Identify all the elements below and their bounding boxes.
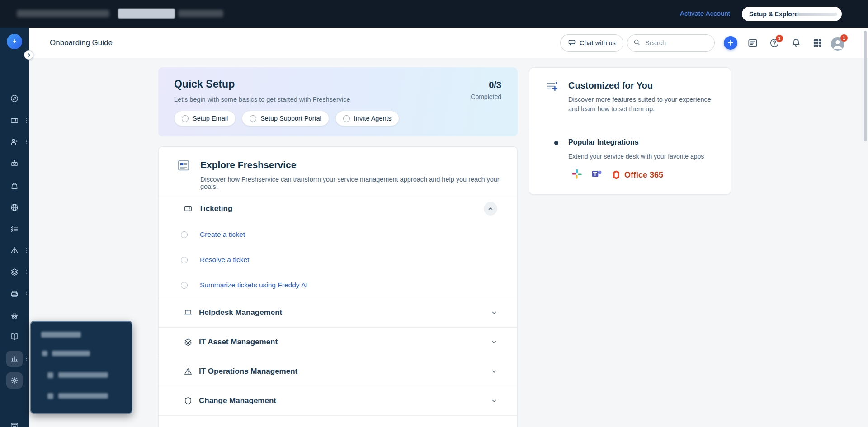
sidebar-item-alerts[interactable] [6,242,23,258]
explore-title: Explore Freshservice [200,160,296,170]
setup-explore-button[interactable]: Setup & Explore [742,7,842,21]
office365-label: Office 365 [624,170,663,180]
kebab-menu-icon[interactable]: ⋮ [24,139,28,145]
quick-setup-progress-label: Completed [471,93,501,100]
sidebar-item-assets[interactable] [6,264,23,280]
sidebar-item-catalog[interactable] [6,178,23,194]
compass-icon [10,94,19,103]
trial-banner: Activate Account Setup & Explore [0,0,868,28]
laptop-icon [184,308,193,317]
customized-card: Customized for You Discover more feature… [529,67,731,195]
redacted-text [58,372,108,378]
chevron-up-icon[interactable] [484,202,497,216]
layers-icon [10,267,19,277]
chevron-down-icon[interactable] [491,398,497,404]
explore-item-resolve-ticket[interactable]: Resolve a ticket [159,247,517,272]
sidebar-item-knowledge[interactable] [6,328,23,345]
sidebar-item-security[interactable] [6,307,23,324]
sidebar-item-web[interactable] [6,199,23,216]
redacted-text [17,10,109,17]
bot-icon [10,159,19,168]
plus-icon [727,40,734,46]
chevron-down-icon[interactable] [491,310,497,316]
freshworks-logo[interactable] [7,34,22,49]
accordion-section-change-management[interactable]: Change Management [159,386,517,415]
customized-title: Customized for You [568,80,653,91]
chevron-down-icon[interactable] [491,368,497,375]
kebab-menu-icon[interactable]: ⋮ [24,291,28,297]
sidebar-item-automation[interactable] [6,155,23,172]
sidebar-item-compass[interactable] [6,90,23,107]
expand-panel-button[interactable] [24,50,33,60]
section-label: IT Operations Management [199,367,297,376]
quick-create-button[interactable] [724,36,737,50]
main-content: Quick Setup Let's begin with some basics… [29,58,868,427]
redacted-text [41,332,81,338]
task-setup-support-portal[interactable]: Setup Support Portal [242,111,329,126]
sidebar-item-settings[interactable] [6,372,23,389]
shield-icon [184,396,193,405]
app-grid-icon[interactable] [812,38,823,48]
card-list-icon[interactable] [747,38,758,48]
summarize-freddy-link[interactable]: Summarize tickets using Freddy AI [200,281,308,289]
kebab-menu-icon[interactable]: ⋮ [24,356,28,361]
accordion-section-it-asset-management[interactable]: IT Asset Management [159,327,517,357]
section-label: Helpdesk Management [199,308,282,317]
kebab-menu-icon[interactable]: ⋮ [24,117,28,123]
accordion-section-helpdesk-management[interactable]: Helpdesk Management [159,298,517,327]
microsoft-teams-logo-icon[interactable] [591,168,603,182]
sidebar-item-tickets[interactable] [6,113,23,129]
explore-item-summarize-freddy[interactable]: Summarize tickets using Freddy AI [159,272,517,298]
help-icon[interactable]: 1 [769,38,780,48]
office-o-icon [611,169,622,180]
alert-triangle-icon [10,246,19,255]
globe-icon [10,203,19,212]
task-invite-agents[interactable]: Invite Agents [335,111,399,126]
lightning-bolt-icon [10,38,19,46]
accordion-section-partial[interactable] [159,415,517,427]
vertical-scrollbar[interactable] [864,31,867,141]
profile-avatar[interactable]: 1 [831,37,844,51]
quick-setup-card: Quick Setup Let's begin with some basics… [158,67,518,136]
help-badge: 1 [776,35,783,42]
office365-logo[interactable]: Office 365 [611,169,663,180]
sidebar-item-users[interactable] [6,134,23,150]
accordion-section-ticketing[interactable]: Ticketing [159,196,517,222]
gear-icon [10,376,19,385]
activate-account-link[interactable]: Activate Account [680,9,730,17]
notifications-bell-icon[interactable] [791,38,802,48]
slack-logo-icon[interactable] [571,168,583,182]
sidebar-item-print[interactable] [6,286,23,302]
global-search[interactable] [627,34,715,52]
popular-integrations-title: Popular Integrations [568,138,639,146]
explore-item-create-ticket[interactable]: Create a ticket [159,222,517,247]
customized-description: Discover more features suited to your ex… [568,95,712,114]
freshservice-app: Activate Account Setup & Explore ⋮ ⋮ ⋮ ⋮… [0,0,868,427]
explore-subtitle: Discover how Freshservice can transform … [200,176,517,190]
sidebar-item-tasks[interactable] [6,221,23,237]
redacted-text [118,9,175,19]
chat-bubble-icon [568,38,576,48]
create-ticket-link[interactable]: Create a ticket [200,230,245,239]
keyboard-icon [10,421,19,427]
radio-unchecked-icon [181,231,188,238]
setup-progress-bar [798,13,837,16]
kebab-menu-icon[interactable]: ⋮ [24,247,28,253]
resolve-ticket-link[interactable]: Resolve a ticket [200,256,249,264]
page-title: Onboarding Guide [50,38,113,47]
quick-setup-subtitle: Let's begin with some basics to get star… [174,96,350,103]
chevron-right-icon [27,53,31,57]
radio-unchecked-icon [181,257,188,263]
setup-explore-label: Setup & Explore [749,10,798,18]
section-label: Change Management [199,396,276,405]
task-setup-email[interactable]: Setup Email [174,111,236,126]
incognito-icon [10,311,19,320]
accordion-section-it-operations-management[interactable]: IT Operations Management [159,357,517,386]
chevron-down-icon[interactable] [491,339,497,345]
search-input[interactable] [644,39,705,47]
sidebar-item-analytics[interactable] [6,351,23,367]
chat-with-us-button[interactable]: Chat with us [560,34,623,52]
sidebar-item-keyboard[interactable] [6,417,23,427]
kebab-menu-icon[interactable]: ⋮ [24,269,28,275]
radio-unchecked-icon [250,115,256,122]
